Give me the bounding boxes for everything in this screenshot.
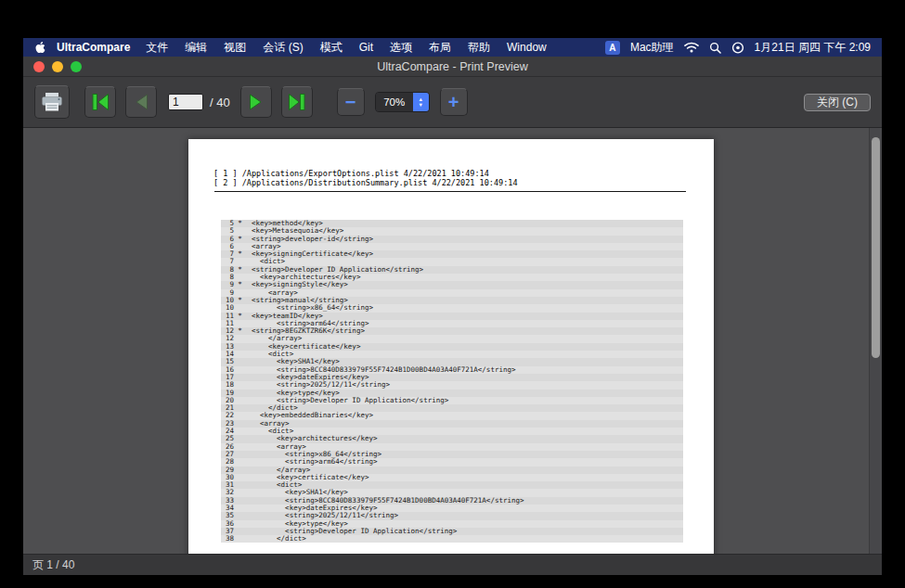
diff-mark [234, 381, 246, 389]
input-method-icon[interactable]: A [605, 41, 620, 55]
traffic-lights [33, 57, 82, 76]
diff-mark [234, 443, 246, 451]
diff-mark: * [234, 266, 246, 274]
diff-mark [234, 412, 246, 419]
zoom-select[interactable]: 70% ▲ ▼ [375, 92, 430, 112]
diff-mark [234, 335, 246, 342]
wifi-icon[interactable] [684, 42, 699, 53]
window-titlebar: UltraCompare - Print Preview [23, 57, 882, 77]
preview-area: [ 1 ] /Applications/ExportOptions.plist … [23, 128, 882, 554]
menu-item[interactable]: 文件 [137, 40, 176, 56]
previous-page-button[interactable] [125, 86, 157, 118]
menu-item[interactable]: 编辑 [176, 40, 215, 56]
window-close-button[interactable] [33, 61, 45, 72]
diff-mark [234, 343, 246, 351]
diff-mark [234, 435, 246, 442]
header-divider [214, 191, 686, 192]
printer-icon [41, 92, 63, 112]
compare-header-line: [ 2 ] /Applications/DistributionSummary.… [213, 178, 714, 187]
scrollbar-thumb[interactable] [872, 137, 880, 358]
diff-mark: * [234, 297, 246, 304]
minus-icon: − [345, 93, 356, 111]
stepper-down-icon: ▼ [418, 102, 422, 108]
line-text: </dict> [246, 535, 306, 543]
page-total-label: / 40 [210, 96, 230, 109]
first-page-button[interactable] [84, 86, 116, 118]
page-indicator: 页 1 / 40 [32, 557, 74, 573]
window-title: UltraCompare - Print Preview [377, 60, 528, 73]
diff-mark: * [234, 327, 246, 335]
menu-item[interactable]: Window [498, 41, 555, 54]
print-button[interactable] [34, 85, 70, 119]
diff-mark [234, 458, 246, 466]
diff-mark [234, 467, 246, 474]
diff-mark [234, 358, 246, 365]
diff-mark: * [234, 250, 246, 258]
diff-mark [234, 489, 246, 496]
code-lines: 5*<key>method</key>5<key>Metasequoia</ke… [221, 220, 683, 543]
status-bar: 页 1 / 40 [23, 554, 882, 575]
menubar-menus: 文件编辑视图会话 (S)模式Git选项布局帮助Window [137, 40, 554, 56]
compare-header-line: [ 1 ] /Applications/ExportOptions.plist … [213, 169, 714, 178]
menu-item[interactable]: 帮助 [459, 40, 498, 56]
first-page-icon [89, 91, 111, 113]
next-page-icon [245, 91, 267, 113]
vertical-scrollbar[interactable] [869, 128, 882, 554]
plus-icon: + [448, 93, 459, 111]
apple-menu[interactable] [35, 41, 46, 54]
diff-mark [234, 374, 246, 381]
zoom-in-button[interactable]: + [440, 88, 468, 116]
print-preview-page: [ 1 ] /Applications/ExportOptions.plist … [188, 139, 714, 554]
menu-item[interactable]: 视图 [215, 40, 254, 56]
diff-mark [234, 351, 246, 358]
zoom-value: 70% [376, 93, 413, 111]
menu-bar: UltraCompare 文件编辑视图会话 (S)模式Git选项布局帮助Wind… [23, 38, 882, 57]
diff-mark [234, 404, 246, 412]
menu-item[interactable]: 会话 (S) [254, 40, 311, 56]
diff-mark [234, 420, 246, 428]
diff-mark: * [234, 220, 246, 227]
last-page-icon [286, 91, 308, 113]
screen: UltraCompare 文件编辑视图会话 (S)模式Git选项布局帮助Wind… [23, 38, 882, 575]
compare-header-lines: [ 1 ] /Applications/ExportOptions.plist … [213, 169, 714, 187]
menu-item[interactable]: 选项 [381, 40, 420, 56]
menu-item[interactable]: 布局 [420, 40, 459, 56]
next-page-button[interactable] [240, 86, 272, 118]
diff-mark [234, 390, 246, 397]
search-icon[interactable] [709, 42, 721, 54]
window-minimize-button[interactable] [52, 61, 63, 72]
control-center-icon[interactable] [731, 42, 744, 54]
menu-item[interactable]: 模式 [312, 40, 351, 56]
code-line: 38 </dict> [221, 535, 683, 543]
menu-item[interactable]: Git [351, 41, 381, 54]
assistant-label[interactable]: Mac助理 [630, 40, 674, 56]
zoom-out-button[interactable]: − [337, 88, 365, 116]
close-preview-button[interactable]: 关闭 (C) [804, 94, 871, 111]
diff-mark [234, 474, 246, 481]
diff-mark [234, 505, 246, 512]
menubar-app-name[interactable]: UltraCompare [53, 41, 137, 54]
last-page-button[interactable] [281, 86, 313, 118]
window-zoom-button[interactable] [71, 61, 82, 72]
diff-mark: * [234, 281, 246, 288]
line-number: 38 [221, 535, 234, 543]
diff-mark: * [234, 313, 246, 320]
code-line: 6*<string>developer-id</string> [221, 236, 683, 243]
page-number-input[interactable] [168, 94, 203, 110]
previous-page-icon [130, 91, 152, 113]
diff-mark [234, 366, 246, 374]
diff-mark [234, 397, 246, 404]
code-line: 7*<key>signingCertificate</key> [221, 250, 683, 258]
menubar-status-area: A Mac助理 1月21日 周 [605, 40, 874, 56]
code-line: 22 <key>embeddedBinaries</key> [221, 412, 683, 419]
diff-mark: * [234, 236, 246, 243]
diff-mark [234, 512, 246, 519]
menubar-clock[interactable]: 1月21日 周四 下午 2:09 [755, 40, 871, 56]
diff-mark [234, 520, 246, 528]
apple-icon [35, 41, 46, 54]
diff-mark [234, 497, 246, 505]
diff-mark [234, 528, 246, 535]
diff-mark [234, 451, 246, 458]
zoom-stepper[interactable]: ▲ ▼ [413, 93, 429, 111]
diff-mark [234, 481, 246, 489]
